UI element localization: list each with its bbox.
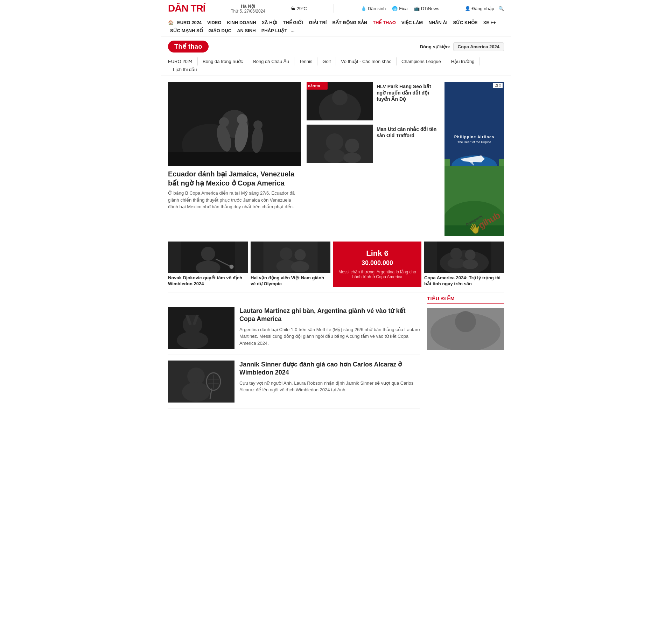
svg-text:DÂNTRI: DÂNTRI — [308, 84, 320, 88]
dtinews-link[interactable]: 📺 DTiNews — [414, 6, 439, 11]
small-story-vietnam-athletes: Hai vận động viên Việt Nam giành vé dự O… — [251, 242, 330, 287]
svg-point-51 — [182, 382, 210, 402]
subnav-vo-thuat[interactable]: Võ thuật - Các môn khác — [336, 57, 397, 65]
dong-su-kien-badge[interactable]: Copa America 2024 — [453, 42, 504, 51]
svg-point-12 — [332, 90, 348, 105]
nav-suc-manh-so[interactable]: SỨC MẠNH SỐ — [168, 27, 205, 34]
dong-su-kien-label: Dòng sự kiện: — [420, 44, 450, 49]
svg-point-19 — [343, 153, 361, 163]
nav-viec-lam[interactable]: VIỆC LÀM — [399, 19, 425, 26]
side-story-2-img-wrap — [307, 125, 373, 163]
dong-su-kien: Dòng sự kiện: Copa America 2024 — [420, 42, 504, 51]
small-story-djokovic: Novak Djokovic quyết tâm vô địch Wimbled… — [168, 242, 248, 287]
side-story-1-title[interactable]: HLV Park Hang Seo bất ngờ muốn dẫn dắt đ… — [377, 83, 439, 103]
nav-nhan-ai[interactable]: NHÂN ÁI — [426, 19, 449, 26]
side-story-2-title[interactable]: Man Utd cân nhắc đổi tên sân Old Traffor… — [377, 126, 439, 139]
logo[interactable]: DÂN TRÍ — [168, 3, 205, 14]
svg-point-40 — [450, 248, 462, 260]
nav-xe[interactable]: XE ++ — [481, 19, 498, 26]
sinner-desc: Cựu tay vợt nữ người Anh, Laura Robson n… — [239, 380, 420, 393]
nav-suc-khoe[interactable]: SỨC KHỎE — [451, 19, 479, 26]
svg-point-37 — [291, 261, 309, 272]
nav-phap-luat[interactable]: PHÁP LUẬT — [259, 27, 289, 34]
nav-the-gioi[interactable]: THẾ GIỚI — [281, 19, 305, 26]
svg-rect-3 — [168, 152, 301, 166]
svg-point-17 — [324, 149, 345, 163]
header-links: 💧 Dân sinh 🌐 Fica 📺 DTiNews — [361, 6, 439, 11]
svg-point-46 — [177, 331, 208, 349]
search-icon[interactable]: 🔍 — [498, 6, 504, 11]
small-story-djokovic-title[interactable]: Novak Djokovic quyết tâm vô địch Wimbled… — [168, 275, 248, 287]
lautaro-image — [168, 307, 234, 349]
dan-sinh-link[interactable]: 💧 Dân sinh — [361, 6, 386, 11]
lautaro-desc: Argentina đánh bại Chile 1-0 trên sân Me… — [239, 326, 420, 347]
sinner-title[interactable]: Jannik Sinner được đánh giá cao hơn Carl… — [239, 361, 420, 377]
small-story-vietnam-title[interactable]: Hai vận động viên Việt Nam giành vé dự O… — [251, 275, 330, 287]
small-story-djokovic-image — [168, 242, 248, 273]
temperature: 29°C — [297, 6, 307, 11]
ad-close-button[interactable]: X — [499, 84, 501, 88]
nav-xa-hoi[interactable]: XÃ HỘI — [260, 19, 280, 26]
link-desc: Messi chấn thương, Argentina lo lắng cho… — [337, 270, 417, 279]
side-story-1-img-wrap: DÂNTRI — [307, 82, 373, 120]
weather-block: 🌥 29°C — [291, 6, 307, 11]
main-story-title[interactable]: Ecuador đánh bại Jamaica, Venezuela bất … — [168, 169, 301, 188]
subnav-golf[interactable]: Golf — [317, 57, 336, 65]
date: Thứ 5, 27/06/2024 — [231, 9, 265, 14]
nav-video[interactable]: VIDEO — [205, 19, 223, 26]
nav-kinh-doanh[interactable]: KINH DOANH — [225, 19, 258, 26]
sub-nav: EURO 2024 Bóng đá trong nước Bóng đá Châ… — [161, 55, 511, 76]
side-story-2-text: Man Utd cân nhắc đổi tên sân Old Traffor… — [377, 125, 439, 139]
user-icon: 👤 — [465, 6, 470, 11]
home-icon[interactable]: 🏠 — [168, 20, 174, 25]
small-story-copa-title[interactable]: Copa America 2024: Trợ lý trọng tài bắt … — [424, 275, 504, 287]
header-location-date: Hà Nội Thứ 5, 27/06/2024 — [231, 4, 265, 14]
subnav-lich-thi-dau[interactable]: Lịch thi đấu — [168, 65, 202, 74]
list-article-lautaro: Lautaro Martinez ghi bàn, Argentina giàn… — [168, 301, 420, 355]
subnav-champions-league[interactable]: Champions League — [397, 57, 446, 65]
svg-point-36 — [295, 249, 306, 260]
subnav-bong-da-trong-nuoc[interactable]: Bóng đá trong nước — [198, 57, 248, 65]
link-num: 30.000.000 — [362, 259, 393, 267]
nav-euro2024[interactable]: EURO 2024 — [175, 19, 204, 26]
subnav-euro2024[interactable]: EURO 2024 — [168, 57, 198, 65]
weather-icon: 🌥 — [291, 6, 295, 11]
nav-more[interactable]: ... — [290, 28, 294, 33]
svg-point-18 — [345, 139, 359, 153]
tieu-diem-title: TIÊU ĐIỂM — [427, 296, 504, 304]
nav-bat-dong-san[interactable]: BẤT ĐỘNG SẢN — [330, 19, 369, 26]
nav-giai-tri[interactable]: GIẢI TRÍ — [307, 19, 329, 26]
sidebar: TIÊU ĐIỂM — [427, 296, 504, 414]
side-story-2-image — [307, 125, 373, 163]
side-stories: DÂNTRI HLV Park Hang Seo bất ngờ muốn dẫ… — [307, 82, 439, 236]
header-right: 👤 Đăng nhập 🔍 — [465, 6, 504, 11]
lautaro-text: Lautaro Martinez ghi bàn, Argentina giàn… — [239, 307, 420, 347]
nav-the-thao[interactable]: THỂ THAO — [371, 19, 398, 26]
fica-link[interactable]: 🌐 Fica — [392, 6, 408, 11]
subnav-hau-truong[interactable]: Hậu trường — [446, 57, 480, 65]
svg-point-7 — [237, 114, 247, 125]
svg-point-34 — [280, 247, 293, 260]
divider-line — [168, 293, 504, 293]
ad-label: DI X — [493, 83, 503, 88]
list-articles: Lautaro Martinez ghi bàn, Argentina giàn… — [168, 301, 420, 408]
ad-block: DI X Philippine Airlines The Heart of th… — [444, 82, 504, 236]
link-label: Link 6 — [366, 249, 388, 258]
svg-point-59 — [455, 311, 476, 332]
login-button[interactable]: 👤 Đăng nhập — [465, 6, 494, 11]
nav-an-sinh[interactable]: AN SINH — [235, 27, 258, 34]
small-story-copa: Copa America 2024: Trợ lý trọng tài bắt … — [424, 242, 504, 287]
content-main: Lautaro Martinez ghi bàn, Argentina giàn… — [168, 296, 420, 414]
lautaro-title[interactable]: Lautaro Martinez ghi bàn, Argentina giàn… — [239, 307, 420, 323]
divider — [334, 4, 334, 13]
section-title[interactable]: Thể thao — [168, 41, 209, 53]
top-stories: Ecuador đánh bại Jamaica, Venezuela bất … — [168, 82, 504, 236]
section-header: Thể thao Dòng sự kiện: Copa America 2024 — [161, 38, 511, 55]
ad-di-label: DI — [495, 84, 498, 88]
small-story-featured[interactable]: Link 6 30.000.000 Messi chấn thương, Arg… — [333, 242, 421, 287]
sinner-text: Jannik Sinner được đánh giá cao hơn Carl… — [239, 361, 420, 393]
subnav-bong-da-chau-au[interactable]: Bóng đá Châu Âu — [248, 57, 294, 65]
login-label: Đăng nhập — [472, 6, 494, 11]
nav-giao-duc[interactable]: GIÁO DỤC — [206, 27, 234, 34]
subnav-tennis[interactable]: Tennis — [294, 57, 318, 65]
